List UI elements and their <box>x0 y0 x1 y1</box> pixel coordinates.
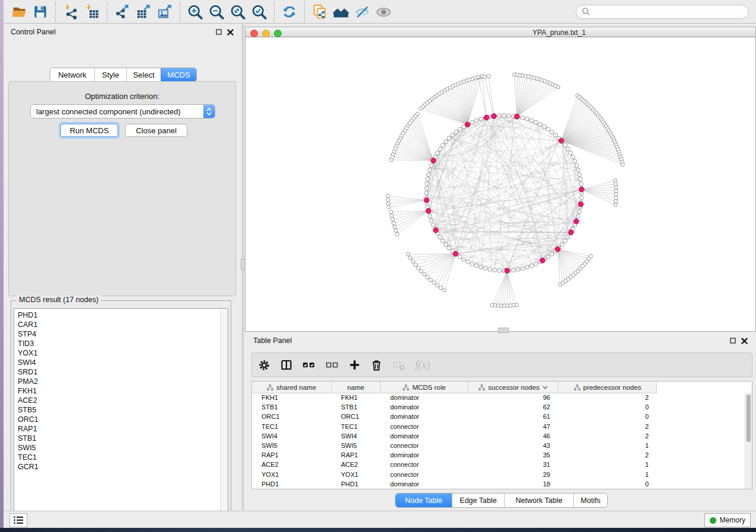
mcds-result-item[interactable]: STB5 <box>14 405 221 415</box>
mcds-result-item[interactable]: SRD1 <box>14 367 221 377</box>
export-table-button[interactable] <box>133 2 154 22</box>
trash-icon[interactable] <box>371 359 382 371</box>
tab-network-table[interactable]: Network Table <box>504 493 573 507</box>
zoom-out-button[interactable] <box>206 2 227 22</box>
table-row[interactable]: RAP1RAP1dominator352 <box>252 450 745 460</box>
close-panel-button[interactable]: Close panel <box>125 124 187 137</box>
mcds-result-item[interactable]: SWI5 <box>14 443 221 453</box>
tab-mcds[interactable]: MCDS <box>161 68 196 81</box>
table-row[interactable]: PHD1PHD1dominator180 <box>252 479 745 489</box>
tree-icon <box>479 384 485 390</box>
gear-icon[interactable] <box>258 359 270 371</box>
close-panel-icon[interactable] <box>227 29 234 36</box>
window-close-button[interactable] <box>250 30 258 37</box>
table-scrollbar[interactable] <box>745 393 752 489</box>
float-panel-icon[interactable] <box>216 29 222 35</box>
mcds-result-item[interactable]: SWI4 <box>14 358 221 367</box>
column-header-shared-name[interactable]: shared name <box>252 382 331 393</box>
search-input[interactable] <box>594 7 743 17</box>
mcds-result-item[interactable]: YOX1 <box>14 348 221 358</box>
close-panel-icon[interactable] <box>741 338 748 344</box>
show-details-button[interactable] <box>373 2 394 22</box>
memory-button[interactable]: Memory <box>704 513 751 527</box>
tab-edge-table[interactable]: Edge Table <box>452 493 504 507</box>
tab-select[interactable]: Select <box>126 68 161 81</box>
deselect-all-checkboxes-icon[interactable] <box>326 359 339 371</box>
task-history-button[interactable] <box>9 513 27 527</box>
float-panel-icon[interactable] <box>730 338 736 344</box>
mcds-list-scrollbar[interactable] <box>220 309 228 518</box>
zoom-fit-button[interactable] <box>227 2 248 22</box>
import-table-button[interactable] <box>81 2 103 22</box>
app-window: Control Panel Network Style Select MCDS … <box>4 0 756 528</box>
zoom-fit-icon <box>229 4 246 20</box>
mcds-result-title: MCDS result (17 nodes) <box>17 296 101 304</box>
open-file-button[interactable] <box>8 2 30 22</box>
mcds-result-item[interactable]: PMA2 <box>14 377 221 386</box>
mcds-result-item[interactable]: ORC1 <box>14 415 221 424</box>
add-column-icon[interactable] <box>349 359 361 371</box>
mcds-result-item[interactable]: GCR1 <box>14 462 221 472</box>
run-mcds-button[interactable]: Run MCDS <box>60 124 118 137</box>
mcds-result-item[interactable]: STB1 <box>14 434 221 443</box>
export-table-icon <box>136 4 152 20</box>
criterion-select[interactable]: largest connected component (undirected) <box>30 104 215 118</box>
import-network-icon <box>63 4 79 20</box>
zoom-selected-button[interactable] <box>248 2 270 22</box>
mcds-result-item[interactable]: FKH1 <box>14 386 221 396</box>
delete-table-icon[interactable] <box>393 360 405 371</box>
save-session-button[interactable] <box>30 2 51 22</box>
divider-grab-handle-horizontal[interactable] <box>498 328 509 333</box>
table-scrollbar-thumb[interactable] <box>747 395 751 442</box>
refresh-view-button[interactable] <box>279 2 300 22</box>
column-header-successor-nodes[interactable]: successor nodes <box>468 382 559 393</box>
mcds-result-item[interactable]: RAP1 <box>14 424 221 434</box>
control-panel-title: Control Panel <box>11 28 56 36</box>
column-header-mcds-role[interactable]: MCDS role <box>381 382 468 393</box>
table-row[interactable]: ACE2ACE2connector311 <box>252 460 745 469</box>
mcds-result-item[interactable]: ACE2 <box>14 396 221 405</box>
mcds-result-item[interactable]: STP4 <box>14 329 221 339</box>
import-network-button[interactable] <box>60 2 81 22</box>
duplicate-network-button[interactable] <box>309 2 330 22</box>
houses-icon <box>333 4 349 20</box>
column-header-name[interactable]: name <box>331 382 381 393</box>
mcds-result-item[interactable]: PHD1 <box>14 310 221 320</box>
mcds-result-item[interactable]: TEC1 <box>14 453 221 462</box>
zoom-in-button[interactable] <box>184 2 206 22</box>
split-view-icon[interactable] <box>280 359 292 371</box>
tab-style[interactable]: Style <box>94 68 126 81</box>
table-row[interactable]: FKH1FKH1dominator962 <box>252 393 745 402</box>
window-zoom-button[interactable] <box>274 30 282 37</box>
column-header-predecessor-nodes[interactable]: predecessor nodes <box>559 382 657 393</box>
desktop-wallpaper-bottom <box>0 528 756 532</box>
table-row[interactable]: YOX1YOX1connector291 <box>252 470 745 479</box>
network-window-title: YPA_prune.txt_1 <box>532 28 586 37</box>
select-all-checkboxes-icon[interactable] <box>302 359 315 371</box>
table-row[interactable]: SWI4SWI4dominator462 <box>252 431 745 441</box>
control-panel-tabbar: Network Style Select MCDS <box>50 68 197 82</box>
search-box[interactable] <box>576 5 749 19</box>
tab-network[interactable]: Network <box>50 68 94 81</box>
mcds-result-item[interactable]: TID3 <box>14 339 221 348</box>
function-builder-icon[interactable]: f(x) <box>415 359 430 371</box>
hide-details-button[interactable] <box>352 2 373 22</box>
table-panel-titlebar: Table Panel <box>245 333 756 348</box>
tab-motifs[interactable]: Motifs <box>573 493 607 507</box>
export-network-button[interactable] <box>111 2 133 22</box>
panel-divider-vertical[interactable] <box>241 24 245 511</box>
first-neighbors-button[interactable] <box>330 2 352 22</box>
table-row[interactable]: SWI5SWI5connector431 <box>252 441 745 450</box>
table-row[interactable]: TEC1TEC1connector472 <box>252 422 745 431</box>
table-panel-title: Table Panel <box>253 336 292 345</box>
mcds-result-fieldset: MCDS result (17 nodes) PHD1CAR1STP4TID3Y… <box>11 300 231 521</box>
mcds-result-item[interactable]: CAR1 <box>14 320 221 329</box>
export-image-button[interactable] <box>154 2 176 22</box>
table-row[interactable]: ORC1ORC1dominator610 <box>252 412 745 421</box>
mcds-result-list[interactable]: PHD1CAR1STP4TID3YOX1SWI4SRD1PMA2FKH1ACE2… <box>14 308 228 518</box>
tab-node-table[interactable]: Node Table <box>395 493 452 507</box>
table-row[interactable]: STB1STB1dominator620 <box>252 402 745 412</box>
network-canvas[interactable] <box>245 37 756 332</box>
window-minimize-button[interactable] <box>262 30 270 37</box>
network-graph[interactable] <box>245 37 755 331</box>
